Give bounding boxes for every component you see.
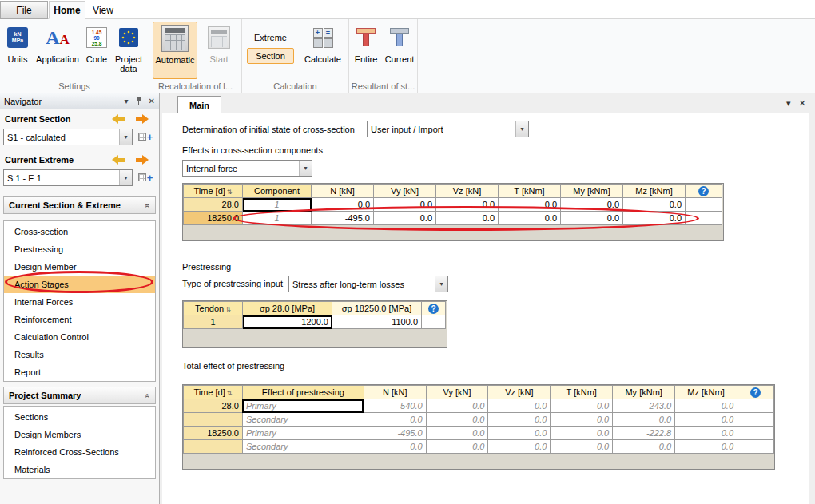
group-header-project-summary[interactable]: Project Summary « (3, 387, 156, 404)
next-section-button[interactable] (133, 113, 152, 125)
effect-cell[interactable]: Primary (242, 399, 364, 413)
sidebar-item-results[interactable]: Results (4, 346, 155, 363)
tab-list-icon[interactable]: ▾ (786, 98, 791, 109)
value-cell: 0.0 (675, 440, 737, 454)
tab-view[interactable]: View (85, 1, 121, 19)
effects-table: Time [d]⇅ Component N [kN] Vy [kN] Vz [k… (182, 183, 724, 241)
prev-section-button[interactable] (109, 113, 128, 125)
plus-icon: + (147, 172, 153, 184)
value-cell[interactable]: 0.0 (499, 198, 561, 212)
project-data-button[interactable]: Project data (111, 22, 146, 79)
next-extreme-button[interactable] (133, 153, 152, 166)
value-cell[interactable]: 0.0 (561, 198, 623, 212)
entire-button[interactable]: Entire (351, 22, 381, 79)
close-document-icon[interactable]: ✕ (799, 98, 806, 109)
pin-icon[interactable] (134, 97, 143, 105)
units-icon: kN MPa (7, 27, 28, 48)
value-cell[interactable]: 0.0 (623, 198, 686, 212)
current-extreme-select[interactable]: S 1 - E 1 ▾ (3, 169, 133, 186)
current-button[interactable]: Current (383, 22, 416, 79)
sidebar-item-reinforcement[interactable]: Reinforcement (4, 311, 155, 328)
current-extreme-label: Current Extreme (5, 155, 74, 165)
automatic-button[interactable]: Automatic (153, 22, 197, 79)
col-header-n: N [kN] (312, 185, 374, 198)
sidebar-item-reinforced-cross-sections[interactable]: Reinforced Cross-Sections (4, 443, 155, 461)
stress-18250-cell[interactable]: 1100.0 (332, 315, 422, 329)
value-cell[interactable]: 0.0 (374, 212, 436, 225)
time-cell[interactable]: 18250.0 (184, 427, 243, 440)
value-cell[interactable]: 0.0 (374, 198, 436, 212)
units-button[interactable]: kN MPa Units (3, 22, 32, 79)
time-cell[interactable]: 18250.0 (184, 212, 243, 225)
sort-icon[interactable]: ⇅ (227, 390, 233, 397)
value-cell[interactable]: 0.0 (436, 198, 499, 212)
help-icon[interactable]: ? (428, 304, 439, 314)
left-arrow-icon (112, 155, 125, 165)
help-icon[interactable]: ? (698, 186, 709, 196)
time-cell[interactable]: 28.0 (184, 399, 243, 413)
stress-28-cell[interactable]: 1200.0 (243, 315, 332, 329)
left-arrow-icon (112, 114, 125, 124)
sidebar-item-design-member[interactable]: Design Member (4, 258, 155, 276)
effect-cell[interactable]: Primary (242, 427, 364, 440)
sidebar-item-cross-section[interactable]: Cross-section (4, 223, 155, 240)
help-icon[interactable]: ? (750, 387, 761, 398)
chevron-down-icon[interactable]: ▾ (119, 170, 132, 185)
add-section-button[interactable]: + (135, 128, 156, 145)
effect-cell[interactable]: Secondary (242, 413, 364, 427)
tab-home[interactable]: Home (49, 1, 85, 19)
chevron-down-icon[interactable]: ▾ (119, 129, 132, 145)
value-cell: -540.0 (364, 399, 426, 413)
effects-type-select[interactable]: Internal force ▾ (182, 160, 312, 177)
tendon-cell[interactable]: 1 (184, 315, 243, 329)
time-cell[interactable]: 28.0 (184, 198, 243, 212)
sidebar-item-calculation-control[interactable]: Calculation Control (4, 328, 155, 346)
sidebar-item-action-stages[interactable]: Action Stages (4, 276, 155, 293)
table-row: 28.0 1 0.0 0.0 0.0 0.0 0.0 0.0 (184, 198, 722, 212)
col-header-time: Time [d]⇅ (184, 185, 243, 198)
col-header-stress-28: σp 28.0 [MPa] (243, 302, 332, 315)
value-cell[interactable]: 0.0 (499, 212, 561, 225)
col-header-t: T [kNm] (551, 386, 613, 399)
sidebar-item-sections[interactable]: Sections (4, 408, 155, 426)
prev-extreme-button[interactable] (109, 153, 128, 166)
chevron-down-icon[interactable]: ▾ (435, 276, 447, 292)
prestressing-type-select[interactable]: Stress after long-term losses ▾ (288, 276, 448, 292)
table-row: Secondary 0.0 0.0 0.0 0.0 0.0 0.0 (184, 440, 774, 454)
component-cell[interactable]: 1 (243, 212, 312, 225)
chevron-down-icon[interactable]: ▾ (515, 121, 528, 137)
initial-state-select[interactable]: User input / Import ▾ (367, 121, 529, 137)
code-button[interactable]: 1.45 90 25.8 Code (83, 22, 110, 79)
add-extreme-button[interactable]: + (135, 169, 156, 186)
time-cell[interactable] (184, 413, 243, 427)
sidebar-item-design-members[interactable]: Design Members (4, 426, 155, 443)
group-header-title: Project Summary (9, 391, 81, 400)
panel-menu-icon[interactable]: ▾ (125, 97, 129, 105)
component-cell[interactable]: 1 (243, 198, 312, 212)
group-header-section-extreme[interactable]: Current Section & Extreme « (3, 196, 156, 214)
sidebar-item-internal-forces[interactable]: Internal Forces (4, 293, 155, 311)
col-header-effect: Effect of prestressing (242, 386, 364, 399)
current-section-select[interactable]: S1 - calculated ▾ (3, 129, 133, 145)
application-button[interactable]: AA Application (34, 22, 82, 79)
sidebar-item-report[interactable]: Report (4, 363, 155, 381)
chevron-down-icon[interactable]: ▾ (299, 161, 312, 176)
sort-icon[interactable]: ⇅ (225, 306, 231, 313)
panel-close-icon[interactable]: ✕ (149, 97, 155, 105)
calculate-button[interactable]: + = Calculate (301, 22, 344, 79)
sort-icon[interactable]: ⇅ (227, 189, 233, 196)
value-cell[interactable]: -495.0 (312, 212, 374, 225)
value-cell[interactable]: 0.0 (436, 212, 499, 225)
section-button[interactable]: Section (247, 48, 294, 64)
start-button[interactable]: Start (202, 22, 236, 79)
value-cell[interactable]: 0.0 (623, 212, 686, 225)
sidebar-item-prestressing[interactable]: Prestressing (4, 240, 155, 258)
effect-cell[interactable]: Secondary (242, 440, 364, 454)
tab-main[interactable]: Main (177, 96, 221, 113)
value-cell[interactable]: 0.0 (312, 198, 374, 212)
tab-file[interactable]: File (0, 1, 48, 19)
extreme-button[interactable]: Extreme (247, 30, 294, 46)
sidebar-item-materials[interactable]: Materials (4, 461, 155, 478)
time-cell[interactable] (184, 440, 243, 454)
value-cell[interactable]: 0.0 (561, 212, 623, 225)
